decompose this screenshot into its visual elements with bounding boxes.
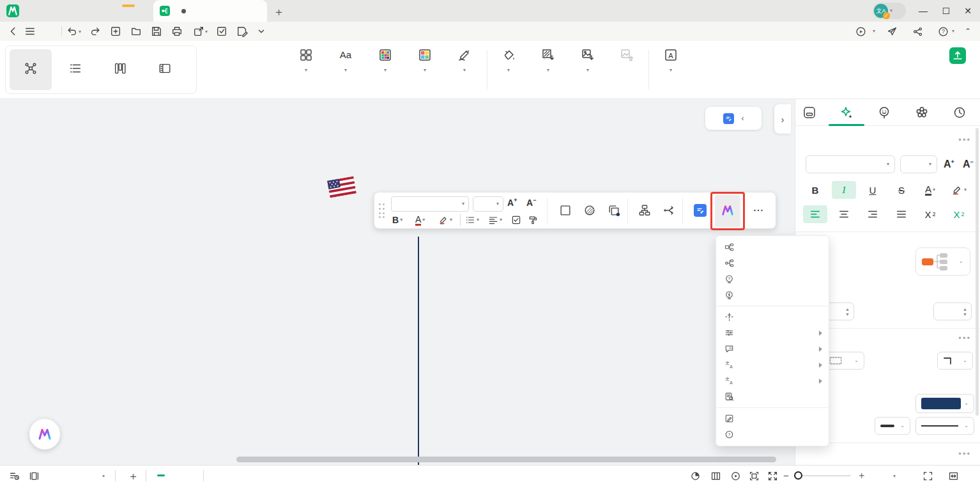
pro-badge[interactable] bbox=[122, 4, 135, 7]
saveas-icon[interactable] bbox=[236, 26, 248, 37]
toolbar-bg-image[interactable]: ▾ bbox=[568, 47, 608, 73]
corner-style-select[interactable]: ⌄ bbox=[937, 352, 973, 370]
chevron-down-icon[interactable]: ▾ bbox=[893, 474, 896, 479]
hamburger-icon[interactable] bbox=[24, 26, 36, 37]
panel-scrollbar[interactable] bbox=[976, 128, 979, 416]
task-checkbox-button[interactable] bbox=[511, 213, 521, 227]
panel-font-family-select[interactable]: ▾ bbox=[806, 155, 895, 173]
panel-align-center-button[interactable] bbox=[832, 205, 856, 223]
outline-view-icon[interactable] bbox=[9, 471, 20, 482]
ai-menu-item-11[interactable] bbox=[716, 411, 829, 427]
ai-generate-button[interactable] bbox=[715, 195, 740, 227]
ai-menu-item-3[interactable]: ? bbox=[716, 271, 829, 287]
ai-menu-item-6[interactable] bbox=[716, 325, 829, 341]
generate-button[interactable] bbox=[715, 196, 740, 226]
page-select[interactable]: ▾ bbox=[47, 469, 110, 484]
panel-subscript-button[interactable]: X2 bbox=[947, 205, 971, 223]
undo-icon[interactable] bbox=[66, 26, 78, 37]
menu-tab-2[interactable] bbox=[354, 22, 356, 41]
toolbar-watermark[interactable]: A▾ bbox=[651, 47, 691, 73]
shape-button[interactable] bbox=[553, 196, 578, 226]
decrease-font-button[interactable]: A− bbox=[526, 197, 536, 208]
view-outline[interactable] bbox=[54, 49, 96, 90]
layout-style-select[interactable]: ⌄ bbox=[915, 247, 970, 276]
page-view-icon[interactable] bbox=[29, 471, 40, 482]
import-icon[interactable] bbox=[216, 26, 227, 37]
export-share-icon[interactable] bbox=[193, 26, 204, 37]
branch-button[interactable] bbox=[657, 196, 681, 226]
panel-bold-button[interactable]: B bbox=[803, 181, 827, 199]
canvas-horizontal-scrollbar[interactable] bbox=[236, 457, 776, 462]
panel-highlight-button[interactable]: ▾ bbox=[947, 181, 971, 199]
ai-menu-item-1[interactable] bbox=[716, 239, 829, 255]
align-button[interactable]: ▾ bbox=[488, 213, 502, 227]
toolbar-bg-color[interactable]: ▾ bbox=[489, 47, 528, 73]
toolbar-magic-draw[interactable]: ▾ bbox=[445, 47, 484, 73]
branch-more-icon[interactable]: ••• bbox=[958, 449, 971, 459]
add-note-button[interactable] bbox=[685, 196, 715, 226]
ai-assistant-bubble[interactable] bbox=[29, 419, 60, 450]
export-button[interactable] bbox=[942, 47, 974, 67]
zoom-out-button[interactable]: − bbox=[783, 470, 789, 481]
ai-menu-item-4[interactable] bbox=[716, 287, 829, 303]
branch-color-select[interactable]: ⌄ bbox=[915, 394, 974, 413]
ai-menu-item-5[interactable]: T bbox=[716, 309, 829, 325]
toolbar-bg-texture[interactable]: ▾ bbox=[528, 47, 568, 73]
view-kanban[interactable] bbox=[99, 49, 141, 90]
tab-sticker[interactable] bbox=[877, 105, 892, 120]
font-section-more-icon[interactable]: ••• bbox=[958, 135, 971, 145]
tab-style[interactable] bbox=[802, 105, 817, 120]
panel-collapse-button[interactable]: › bbox=[774, 104, 791, 134]
view-slides[interactable] bbox=[144, 49, 186, 90]
add-page-button[interactable]: ＋ bbox=[128, 469, 139, 483]
document-tab[interactable] bbox=[153, 0, 267, 22]
toolbar-rainbow-color[interactable]: ▾ bbox=[405, 47, 445, 73]
panel-align-left-button[interactable] bbox=[803, 205, 827, 223]
font-size-select[interactable]: ▾ bbox=[473, 196, 503, 212]
more-button[interactable] bbox=[746, 196, 770, 226]
minimize-button[interactable]: — bbox=[917, 5, 929, 17]
toolbar-theme-font[interactable]: Aa▾ bbox=[326, 47, 365, 73]
ai-menu-item-7[interactable]: G bbox=[716, 341, 829, 357]
print-icon[interactable] bbox=[171, 26, 183, 37]
panel-underline-button[interactable]: U bbox=[861, 181, 885, 199]
line-style-select[interactable]: ⌄ bbox=[915, 417, 974, 435]
save-icon[interactable] bbox=[151, 26, 162, 37]
panel-italic-button[interactable]: I bbox=[832, 181, 856, 199]
notes-panel-button[interactable]: ‹ bbox=[705, 107, 762, 130]
open-icon[interactable] bbox=[130, 26, 142, 37]
drag-handle[interactable] bbox=[379, 203, 385, 219]
highlight-button[interactable]: ▾ bbox=[438, 213, 452, 227]
panel-font-color-button[interactable]: A▾ bbox=[918, 181, 942, 199]
help-button[interactable]: ? ▾ bbox=[938, 26, 954, 37]
panel-strikethrough-button[interactable]: S bbox=[889, 181, 914, 199]
close-button[interactable]: ✕ bbox=[962, 5, 974, 17]
new-icon[interactable] bbox=[110, 26, 121, 37]
layout-button[interactable] bbox=[632, 196, 657, 226]
menu-tab-3[interactable] bbox=[376, 22, 378, 41]
ai-menu-item-8[interactable]: 文A bbox=[716, 357, 829, 373]
share-button[interactable] bbox=[912, 26, 926, 37]
fit-width-icon[interactable] bbox=[948, 471, 959, 482]
border-button[interactable] bbox=[602, 196, 626, 226]
new-tab-button[interactable]: ＋ bbox=[273, 4, 284, 19]
ai-menu-item-2[interactable] bbox=[716, 255, 829, 271]
panel-justify-button[interactable] bbox=[889, 205, 914, 223]
font-family-select[interactable]: ▾ bbox=[391, 196, 469, 212]
ai-menu-item-10[interactable] bbox=[716, 389, 829, 405]
maximize-button[interactable]: ☐ bbox=[940, 5, 952, 17]
section-more-icon[interactable]: ••• bbox=[958, 333, 971, 343]
bold-button[interactable]: B▾ bbox=[392, 213, 402, 227]
list-button[interactable]: ▾ bbox=[465, 213, 479, 227]
format-painter-icon[interactable] bbox=[528, 213, 538, 227]
line-width-select[interactable]: ⌄ bbox=[875, 417, 910, 435]
font-color-button[interactable]: A▾ bbox=[415, 213, 425, 227]
pie-icon[interactable] bbox=[690, 471, 701, 482]
columns-icon[interactable] bbox=[710, 471, 721, 482]
view-mindmap[interactable] bbox=[10, 49, 52, 90]
ai-menu-item-12[interactable]: ? bbox=[716, 427, 829, 443]
frame-icon[interactable] bbox=[749, 471, 760, 482]
menu-tab-4[interactable] bbox=[397, 22, 400, 41]
panel-align-right-button[interactable] bbox=[861, 205, 885, 223]
expand-icon[interactable] bbox=[767, 471, 778, 482]
